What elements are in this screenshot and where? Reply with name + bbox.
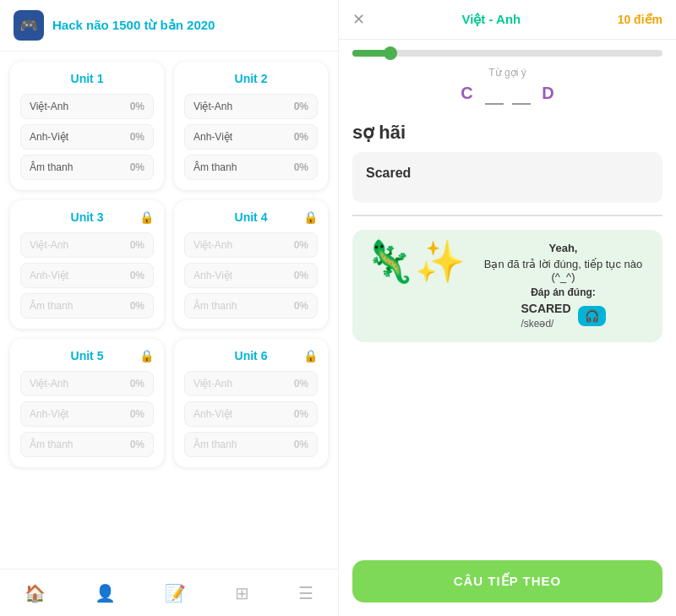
unit-item[interactable]: Âm thanh0% (184, 155, 318, 180)
app-icon: 🎮 (14, 10, 44, 41)
unit-item-pct: 0% (294, 131, 308, 143)
feedback-answer-label: Đáp án đúng: (476, 286, 651, 298)
unit-item-label: Anh-Việt (30, 131, 68, 143)
units-scroll: Unit 1Việt-Anh0%Anh-Việt0%Âm thanh0%Unit… (0, 52, 338, 569)
unit-item[interactable]: Anh-Việt0% (20, 124, 154, 150)
feedback-card: 🦎✨ Yeah, Bạn đã trả lời đúng, tiếp tục n… (352, 230, 662, 342)
unit-item-label: Việt-Anh (30, 378, 68, 390)
unit-card-unit5[interactable]: Unit 5🔒Việt-Anh0%Anh-Việt0%Âm thanh0% (10, 339, 164, 467)
nav-item-quiz[interactable]: 📝 (155, 580, 196, 607)
answer-text: Scared (366, 166, 411, 180)
unit-title-row-unit1: Unit 1 (20, 72, 154, 85)
progress-dot (384, 46, 397, 60)
unit-item-label: Âm thanh (194, 161, 237, 173)
unit-item-label: Anh-Việt (194, 270, 232, 281)
unit-item: Âm thanh0% (184, 432, 318, 457)
bottom-nav: 🏠👤📝⊞☰ (0, 569, 338, 616)
unit-item-label: Anh-Việt (194, 408, 232, 420)
unit-item-pct: 0% (294, 378, 308, 390)
unit-card-unit4[interactable]: Unit 4🔒Việt-Anh0%Anh-Việt0%Âm thanh0% (174, 200, 328, 329)
unit-card-unit6[interactable]: Unit 6🔒Việt-Anh0%Anh-Việt0%Âm thanh0% (174, 339, 328, 467)
nav-item-grid[interactable]: ⊞ (225, 580, 259, 607)
unit-item-pct: 0% (130, 439, 144, 450)
unit-item[interactable]: Anh-Việt0% (184, 124, 318, 150)
unit-item-label: Âm thanh (30, 300, 73, 312)
unit-item-label: Âm thanh (194, 300, 237, 312)
unit-item: Anh-Việt0% (20, 401, 154, 427)
unit-item-label: Việt-Anh (30, 101, 68, 112)
unit-item-pct: 0% (294, 161, 308, 173)
feedback-yeah: Yeah, (476, 242, 651, 254)
unit-title-row-unit6: Unit 6🔒 (184, 349, 318, 363)
close-button[interactable]: ✕ (352, 10, 365, 29)
hint-section: Từ gợi ý C D (339, 60, 676, 115)
unit-item-label: Việt-Anh (30, 239, 68, 251)
unit-item-label: Âm thanh (194, 439, 237, 450)
unit-item: Việt-Anh0% (20, 371, 154, 396)
unit-item-pct: 0% (130, 161, 144, 173)
unit-item-pct: 0% (294, 270, 308, 281)
unit-title-row-unit2: Unit 2 (184, 72, 318, 85)
nav-item-home[interactable]: 🏠 (14, 580, 56, 607)
unit-item-label: Việt-Anh (194, 378, 232, 390)
unit-item: Anh-Việt0% (184, 401, 318, 427)
app-title: Hack não 1500 từ bản 2020 (52, 18, 215, 33)
quiz-score: 10 điểm (618, 13, 662, 26)
hint-letter-3: D (539, 84, 558, 105)
next-button-label: CÂU TIẾP THEO (454, 574, 562, 588)
lock-icon-unit3: 🔒 (139, 210, 154, 224)
audio-button[interactable]: 🎧 (578, 306, 606, 326)
unit-card-unit1[interactable]: Unit 1Việt-Anh0%Anh-Việt0%Âm thanh0% (10, 62, 164, 190)
unit-item[interactable]: Âm thanh0% (20, 155, 154, 180)
left-panel: 🎮 Hack não 1500 từ bản 2020 Unit 1Việt-A… (0, 0, 338, 616)
unit-item-pct: 0% (294, 101, 308, 112)
unit-item-pct: 0% (130, 270, 144, 281)
unit-item: Việt-Anh0% (184, 232, 318, 258)
hint-letters: C D (352, 84, 662, 105)
next-button[interactable]: CÂU TIẾP THEO (352, 560, 662, 602)
unit-item: Việt-Anh0% (184, 371, 318, 396)
feedback-answer-row: SCARED /skeəd/ 🎧 (476, 302, 651, 330)
unit-item-pct: 0% (294, 239, 308, 251)
nav-item-menu[interactable]: ☰ (288, 580, 324, 607)
viet-word: sợ hãi (339, 115, 676, 147)
lock-icon-unit6: 🔒 (303, 349, 318, 363)
progress-bar-bg (352, 50, 662, 57)
hint-label: Từ gợi ý (352, 67, 662, 79)
unit-item-label: Việt-Anh (194, 239, 232, 251)
unit-title-row-unit4: Unit 4🔒 (184, 210, 318, 224)
hint-blank-2 (512, 84, 531, 105)
nav-item-profile[interactable]: 👤 (84, 580, 126, 607)
unit-title-unit3: Unit 3 (71, 210, 104, 224)
unit-item-pct: 0% (130, 378, 144, 390)
feedback-answer-word: SCARED /skeəd/ (521, 302, 570, 330)
unit-item-label: Âm thanh (30, 439, 73, 450)
unit-item-pct: 0% (130, 239, 144, 251)
lock-icon-unit4: 🔒 (303, 210, 318, 224)
unit-item: Âm thanh0% (184, 293, 318, 319)
unit-item-label: Anh-Việt (194, 131, 232, 143)
feedback-message: Bạn đã trả lời đúng, tiếp tục nào (^_^) (476, 258, 651, 283)
unit-item-pct: 0% (130, 131, 144, 143)
unit-item-pct: 0% (294, 300, 308, 312)
unit-item-label: Âm thanh (30, 161, 73, 173)
unit-item-label: Việt-Anh (194, 101, 232, 112)
unit-item-label: Anh-Việt (30, 408, 68, 420)
unit-item[interactable]: Việt-Anh0% (184, 94, 318, 119)
divider (352, 215, 662, 216)
unit-card-unit2[interactable]: Unit 2Việt-Anh0%Anh-Việt0%Âm thanh0% (174, 62, 328, 190)
right-panel: ✕ Việt - Anh 10 điểm Từ gợi ý C D sợ hãi… (338, 0, 676, 616)
unit-item-pct: 0% (294, 408, 308, 420)
unit-title-row-unit5: Unit 5🔒 (20, 349, 154, 363)
unit-item: Anh-Việt0% (20, 263, 154, 288)
unit-title-row-unit3: Unit 3🔒 (20, 210, 154, 224)
unit-item-pct: 0% (294, 439, 308, 450)
progress-bar-wrap (339, 40, 676, 60)
unit-card-unit3[interactable]: Unit 3🔒Việt-Anh0%Anh-Việt0%Âm thanh0% (10, 200, 164, 329)
unit-item: Âm thanh0% (20, 432, 154, 457)
hint-blank-1 (485, 84, 504, 105)
unit-item[interactable]: Việt-Anh0% (20, 94, 154, 119)
unit-item-pct: 0% (130, 101, 144, 112)
unit-title-unit4: Unit 4 (235, 210, 268, 224)
unit-item-pct: 0% (130, 300, 144, 312)
